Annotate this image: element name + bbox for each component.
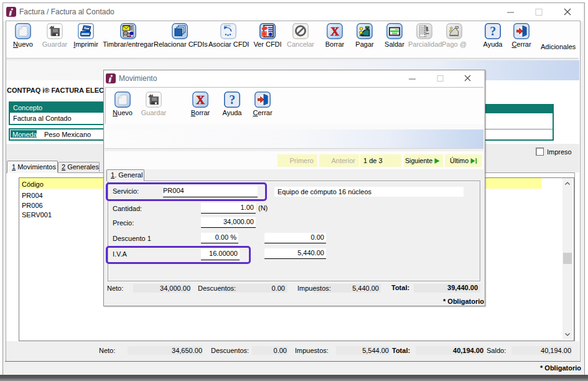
svg-text:X: X bbox=[196, 93, 205, 106]
svg-text:?: ? bbox=[229, 93, 235, 106]
svg-text:X: X bbox=[330, 25, 339, 38]
svg-text:?: ? bbox=[490, 24, 496, 38]
